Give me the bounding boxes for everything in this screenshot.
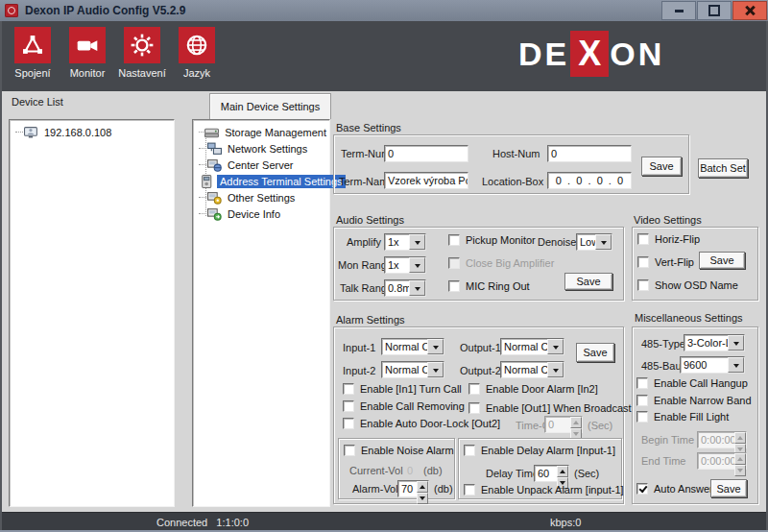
show-osd-name-checkbox[interactable]: Show OSD Name — [637, 279, 738, 291]
tree-item-other-settings[interactable]: Other Settings — [193, 189, 329, 206]
begin-time-label: Begin Time — [641, 434, 694, 446]
misc-save-button[interactable]: Save — [710, 479, 747, 497]
output2-select[interactable]: Normal Close — [500, 361, 564, 378]
audio-save-button[interactable]: Save — [564, 273, 612, 290]
term-num-field[interactable]: 0 — [384, 145, 468, 162]
tree-item-network-settings[interactable]: Network Settings — [193, 140, 329, 157]
enable-auto-door-lock-checkbox[interactable]: Enable Auto Door-Lock [Out2] — [343, 418, 500, 429]
video-camera-icon — [75, 33, 100, 58]
base-save-button[interactable]: Save — [641, 157, 682, 176]
maximize-button[interactable] — [697, 1, 732, 20]
misc-settings-title: Miscellaneous Settings — [635, 312, 743, 324]
tab-main-device-settings[interactable]: Main Device Settings — [209, 93, 331, 119]
dropdown-arrow-icon[interactable] — [547, 362, 564, 377]
spinner-value: 60 — [535, 466, 557, 481]
dropdown-arrow-icon[interactable] — [427, 362, 444, 377]
spinner-buttons[interactable] — [417, 481, 428, 496]
checkbox-label: Enable Fill Light — [654, 411, 729, 423]
spin-up-icon[interactable] — [417, 481, 428, 493]
end-time-spinner: 0:00:00 — [697, 452, 747, 470]
app-window: Dexon IP Audio Config V5.2.9 — [0, 0, 768, 532]
bitrate-status: kbps:0 — [550, 517, 581, 528]
enable-narrow-band-checkbox[interactable]: Enable Narrow Band — [636, 395, 752, 406]
checkbox-label: MIC Ring Out — [466, 280, 530, 292]
batch-set-button[interactable]: Batch Set — [698, 158, 748, 178]
tree-item-device-info[interactable]: Device Info — [193, 206, 329, 222]
mic-ring-out-checkbox[interactable]: MIC Ring Out — [448, 280, 530, 292]
combo-value: 3-Color-Light — [684, 335, 728, 351]
enable-call-removing-checkbox[interactable]: Enable Call Removing — [343, 400, 465, 412]
combo-value: 1x — [385, 234, 409, 250]
dropdown-arrow-icon[interactable] — [409, 234, 425, 250]
enable-delay-alarm-checkbox[interactable]: Enable Delay Alarm [Input-1] — [464, 445, 615, 456]
begin-time-spinner: 0:00:00 — [697, 431, 747, 448]
spin-down-icon[interactable] — [417, 493, 428, 504]
485-baud-select[interactable]: 9600 — [680, 356, 745, 374]
connect-toolbar-button[interactable] — [14, 27, 51, 63]
checkbox-label: Close Big Amplifier — [466, 257, 554, 269]
checkbox-box — [344, 445, 355, 456]
enable-noise-alarm-checkbox[interactable]: Enable Noise Alarm — [344, 445, 454, 456]
enable-call-hangup-checkbox[interactable]: Enable Call Hangup — [636, 377, 748, 389]
delay-time-spinner[interactable]: 60 — [534, 465, 569, 482]
mon-range-select[interactable]: 1x — [384, 256, 426, 274]
language-toolbar-button[interactable] — [179, 27, 215, 63]
enable-door-alarm-checkbox[interactable]: Enable Door Alarm [In2] — [468, 383, 598, 395]
spinner-buttons[interactable] — [557, 466, 568, 481]
dropdown-arrow-icon[interactable] — [728, 335, 744, 351]
input1-select[interactable]: Normal Open — [381, 338, 444, 355]
tree-item-address-terminal-settings[interactable]: Address Terminal Settings — [193, 173, 329, 189]
spin-up-icon[interactable] — [557, 466, 568, 477]
denoise-select[interactable]: Low — [576, 233, 612, 251]
tree-item-label: Center Server — [225, 158, 296, 172]
checkbox-label: Enable Delay Alarm [Input-1] — [481, 445, 615, 456]
dexon-logo: DE X ON — [518, 29, 664, 79]
host-num-field[interactable]: 0 — [547, 145, 632, 162]
connection-status: Connected 1:1:0:0 — [156, 517, 249, 528]
device-listbox: 192.168.0.108 — [9, 119, 175, 507]
settings-toolbar-button[interactable] — [124, 27, 160, 63]
checkbox-box — [464, 484, 475, 496]
dropdown-arrow-icon[interactable] — [427, 339, 444, 354]
titlebar[interactable]: Dexon IP Audio Config V5.2.9 — [0, 0, 768, 21]
alarm-save-button[interactable]: Save — [576, 343, 614, 362]
enable-unpack-alarm-checkbox[interactable]: Enable Unpack Alarm [input-1] — [464, 484, 624, 496]
amplify-select[interactable]: 1x — [384, 233, 426, 251]
horiz-flip-checkbox[interactable]: Horiz-Flip — [637, 233, 700, 245]
storage-icon — [204, 126, 219, 139]
output1-select[interactable]: Normal Close — [500, 338, 564, 355]
dropdown-arrow-icon[interactable] — [547, 339, 564, 354]
tree-item-label: Address Terminal Settings — [217, 175, 346, 188]
location-box-ip-field[interactable]: 0 . 0 . 0 . 0 — [547, 172, 632, 189]
dropdown-arrow-icon[interactable] — [409, 257, 425, 273]
dropdown-arrow-icon[interactable] — [409, 280, 425, 296]
enable-out1-broadcast-checkbox[interactable]: Enable [Out1] When Broadcast — [468, 402, 632, 414]
video-save-button[interactable]: Save — [699, 252, 745, 269]
tree-item-storage-management[interactable]: Storage Management — [193, 124, 329, 140]
toolbar-label-settings: Nastavení — [113, 67, 171, 79]
input2-select[interactable]: Normal Open — [381, 361, 444, 378]
tree-item-center-server[interactable]: Center Server — [193, 157, 329, 173]
485-type-select[interactable]: 3-Color-Light — [684, 334, 745, 351]
combo-value: Low — [577, 234, 595, 250]
checkbox-box — [636, 395, 648, 406]
vert-flip-checkbox[interactable]: Vert-Flip — [637, 256, 694, 268]
dropdown-arrow-icon[interactable] — [595, 234, 612, 250]
enable-fill-light-checkbox[interactable]: Enable Fill Light — [636, 411, 729, 423]
minimize-button[interactable] — [661, 1, 696, 20]
device-tree-item[interactable]: 192.168.0.108 — [10, 124, 174, 140]
talk-range-select[interactable]: 0.8m — [384, 279, 426, 297]
output1-label: Output-1 — [460, 342, 501, 353]
tree-expander[interactable] — [15, 132, 23, 133]
pickup-monitor-checkbox[interactable]: Pickup Monitor — [448, 234, 536, 246]
base-settings-title: Base Settings — [336, 122, 401, 133]
dropdown-arrow-icon[interactable] — [728, 357, 744, 373]
auto-answer-checkbox[interactable]: Auto Answer — [636, 483, 713, 495]
checkbox-box — [636, 377, 648, 389]
monitor-toolbar-button[interactable] — [69, 27, 106, 63]
checkbox-label: Enable Door Alarm [In2] — [486, 383, 598, 395]
term-name-field[interactable]: Vzorek výroba PoE + a — [384, 172, 468, 189]
close-button[interactable] — [732, 1, 767, 20]
enable-in1-turn-call-checkbox[interactable]: Enable [In1] Turn Call — [343, 383, 462, 395]
alarm-vol-spinner[interactable]: 70 — [397, 480, 429, 497]
